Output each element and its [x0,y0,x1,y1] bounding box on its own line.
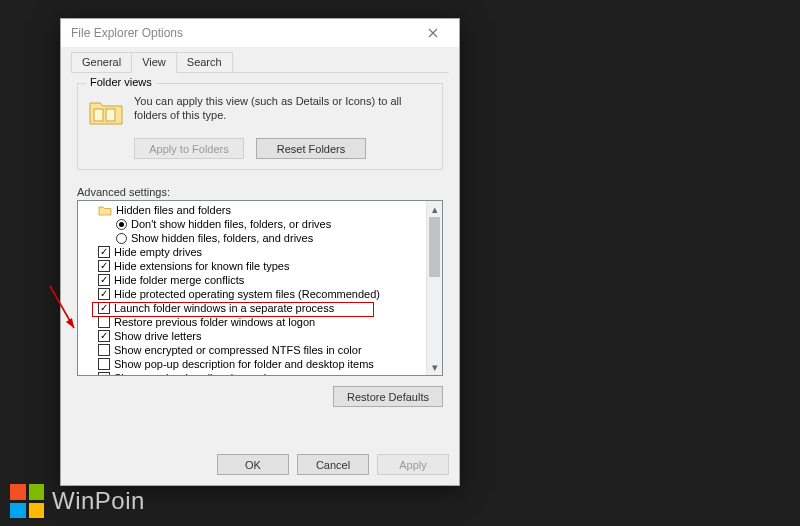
reset-folders-button[interactable]: Reset Folders [256,138,366,159]
cancel-button[interactable]: Cancel [297,454,369,475]
tree-item[interactable]: Show preview handlers in preview pane [82,371,426,375]
tree-item-label: Show pop-up description for folder and d… [114,357,374,371]
tree-item-label: Show drive letters [114,329,201,343]
advanced-settings-list[interactable]: Hidden files and foldersDon't show hidde… [77,200,443,376]
checkbox-icon[interactable] [98,358,110,370]
scroll-down-icon[interactable]: ▾ [427,359,442,375]
ok-button[interactable]: OK [217,454,289,475]
tree-item[interactable]: Launch folder windows in a separate proc… [82,301,426,315]
tree-item[interactable]: Show hidden files, folders, and drives [82,231,426,245]
folder-views-description: You can apply this view (such as Details… [134,94,434,130]
tree-item[interactable]: Show drive letters [82,329,426,343]
tree-item-label: Restore previous folder windows at logon [114,315,315,329]
window-title: File Explorer Options [71,26,413,40]
tab-strip: General View Search [71,51,449,73]
scrollbar[interactable]: ▴ ▾ [426,201,442,375]
folder-views-group: Folder views You can apply this view (su… [77,83,443,170]
svg-rect-1 [106,109,115,121]
tab-panel-view: Folder views You can apply this view (su… [71,73,449,413]
checkbox-icon[interactable] [98,260,110,272]
apply-to-folders-button[interactable]: Apply to Folders [134,138,244,159]
brand-text: WinPoin [52,487,145,515]
radio-icon[interactable] [116,233,127,244]
tree-item[interactable]: Hide empty drives [82,245,426,259]
folder-views-icon [86,94,126,130]
checkbox-icon[interactable] [98,344,110,356]
tree-item-label: Don't show hidden files, folders, or dri… [131,217,331,231]
folder-icon [98,204,112,216]
tree-item[interactable]: Hide extensions for known file types [82,259,426,273]
radio-icon[interactable] [116,219,127,230]
tab-search[interactable]: Search [176,52,233,73]
tree-item[interactable]: Hide folder merge conflicts [82,273,426,287]
close-button[interactable] [413,22,453,44]
tree-item[interactable]: Don't show hidden files, folders, or dri… [82,217,426,231]
checkbox-icon[interactable] [98,274,110,286]
tree-item-label: Show hidden files, folders, and drives [131,231,313,245]
checkbox-icon[interactable] [98,302,110,314]
tree-item[interactable]: Show encrypted or compressed NTFS files … [82,343,426,357]
tab-view[interactable]: View [131,52,177,73]
dialog-body: General View Search Folder views You can… [61,47,459,485]
restore-defaults-button[interactable]: Restore Defaults [333,386,443,407]
checkbox-icon[interactable] [98,316,110,328]
checkbox-icon[interactable] [98,288,110,300]
scroll-up-icon[interactable]: ▴ [427,201,442,217]
tree-item-label: Hide protected operating system files (R… [114,287,380,301]
tree-item[interactable]: Show pop-up description for folder and d… [82,357,426,371]
advanced-settings-label: Advanced settings: [77,186,443,198]
dialog-button-row: OK Cancel Apply [61,448,459,481]
brand-logo: WinPoin [10,484,145,518]
tree-item[interactable]: Restore previous folder windows at logon [82,315,426,329]
checkbox-icon[interactable] [98,246,110,258]
tree-item[interactable]: Hidden files and folders [82,203,426,217]
tree-item[interactable]: Hide protected operating system files (R… [82,287,426,301]
close-icon [428,28,438,38]
folder-views-label: Folder views [86,76,156,88]
file-explorer-options-dialog: File Explorer Options General View Searc… [60,18,460,486]
tab-general[interactable]: General [71,52,132,73]
tree-item-label: Hide extensions for known file types [114,259,289,273]
tree-item-label: Launch folder windows in a separate proc… [114,301,334,315]
tree-item-label: Hidden files and folders [116,203,231,217]
apply-button[interactable]: Apply [377,454,449,475]
tree-item-label: Show encrypted or compressed NTFS files … [114,343,362,357]
svg-rect-0 [94,109,103,121]
checkbox-icon[interactable] [98,372,110,375]
checkbox-icon[interactable] [98,330,110,342]
tree-item-label: Show preview handlers in preview pane [114,371,308,375]
windows-squares-icon [10,484,44,518]
scroll-thumb[interactable] [429,217,440,277]
titlebar[interactable]: File Explorer Options [61,19,459,47]
tree-item-label: Hide empty drives [114,245,202,259]
tree-item-label: Hide folder merge conflicts [114,273,244,287]
